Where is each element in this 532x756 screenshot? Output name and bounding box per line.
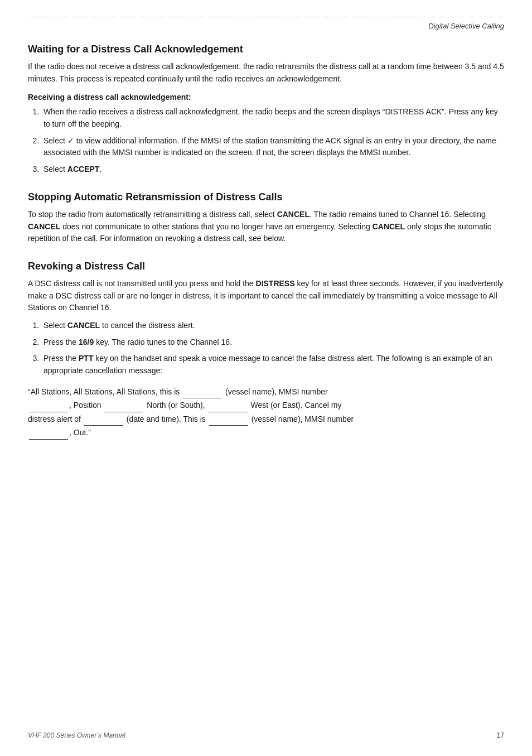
section3-title: Revoking a Distress Call: [28, 261, 504, 272]
cancel-line2-west: West (or East). Cancel my: [249, 401, 342, 410]
cancel-line3-middle: (date and time). This is: [124, 415, 208, 423]
section-revoking: Revoking a Distress Call A DSC distress …: [28, 261, 504, 440]
section2-body2: . The radio remains tuned to Channel 16.…: [309, 210, 486, 219]
header-section: Digital Selective Calling: [28, 22, 504, 30]
blank-vessel-name-2: [209, 425, 248, 426]
footer: VHF 300 Series Owner’s Manual 17: [28, 731, 504, 739]
step-1-2-text: Select ✓ to view additional information.…: [43, 136, 496, 157]
cancellation-line1: “All Stations, All Stations, All Station…: [28, 385, 504, 399]
169-bold: 16/9: [79, 338, 94, 346]
cancellation-line3: distress alert of (date and time). This …: [28, 412, 504, 426]
section3-body1: A DSC distress call is not transmitted u…: [28, 279, 254, 288]
subsection-title: Receiving a distress call acknowledgemen…: [28, 93, 504, 102]
footer-page-number: 17: [497, 731, 504, 739]
step-3-2: Press the 16/9 key. The radio tunes to t…: [41, 336, 504, 349]
footer-manual-title: VHF 300 Series Owner’s Manual: [28, 731, 125, 739]
cancellation-block: “All Stations, All Stations, All Station…: [28, 385, 504, 440]
cancellation-line4: , Out.”: [28, 426, 504, 440]
step-1-1-text: When the radio receives a distress call …: [43, 107, 498, 128]
cancel-line3-after: (vessel name), MMSI number: [249, 415, 354, 423]
section-stopping: Stopping Automatic Retransmission of Dis…: [28, 191, 504, 245]
step-3-2-text: Press the 16/9 key. The radio tunes to t…: [43, 338, 232, 346]
section1-steps: When the radio receives a distress call …: [41, 106, 504, 175]
section2-body: To stop the radio from automatically ret…: [28, 209, 504, 245]
step-3-1-text: Select CANCEL to cancel the distress ale…: [43, 321, 195, 330]
step-3-3: Press the PTT key on the handset and spe…: [41, 353, 504, 377]
top-border: [28, 17, 504, 17]
step-3-1: Select CANCEL to cancel the distress ale…: [41, 320, 504, 332]
cancel-line4: , Out.”: [69, 428, 91, 437]
cancellation-line2: , Position North (or South), West (or Ea…: [28, 398, 504, 412]
section2-body1: To stop the radio from automatically ret…: [28, 210, 275, 219]
step-3-3-text: Press the PTT key on the handset and spe…: [43, 354, 492, 375]
blank-mmsi-2: [29, 439, 68, 440]
cancel-line3-before: distress alert of: [28, 415, 83, 423]
cancel-line1-after: (vessel name), MMSI number: [223, 387, 328, 396]
section2-bold2: CANCEL: [28, 222, 60, 231]
cancel-line1-before: “All Stations, All Stations, All Station…: [28, 387, 182, 396]
section2-bold1: CANCEL: [277, 210, 309, 219]
step-1-2: Select ✓ to view additional information.…: [41, 135, 504, 159]
ptt-bold: PTT: [79, 354, 93, 363]
step-1-3: Select ACCEPT.: [41, 163, 504, 176]
accept-bold: ACCEPT: [67, 165, 100, 174]
section2-bold3: CANCEL: [373, 222, 405, 231]
cancel-line2-north: North (or South),: [144, 401, 207, 410]
cancel-line2-pos: , Position: [69, 401, 103, 410]
section3-steps: Select CANCEL to cancel the distress ale…: [41, 320, 504, 377]
step-1-3-text: Select ACCEPT.: [43, 165, 101, 174]
section2-title: Stopping Automatic Retransmission of Dis…: [28, 191, 504, 203]
section-waiting: Waiting for a Distress Call Acknowledgem…: [28, 44, 504, 176]
step-1-1: When the radio receives a distress call …: [41, 106, 504, 130]
header-title: Digital Selective Calling: [428, 22, 504, 30]
cancel-bold-1: CANCEL: [67, 321, 100, 330]
distress-bold: DISTRESS: [256, 279, 295, 288]
section1-title: Waiting for a Distress Call Acknowledgem…: [28, 44, 504, 55]
page-container: Digital Selective Calling Waiting for a …: [0, 0, 532, 756]
section2-body3: does not communicate to other stations t…: [62, 222, 370, 231]
section3-intro: A DSC distress call is not transmitted u…: [28, 278, 504, 314]
section1-body: If the radio does not receive a distress…: [28, 61, 504, 85]
